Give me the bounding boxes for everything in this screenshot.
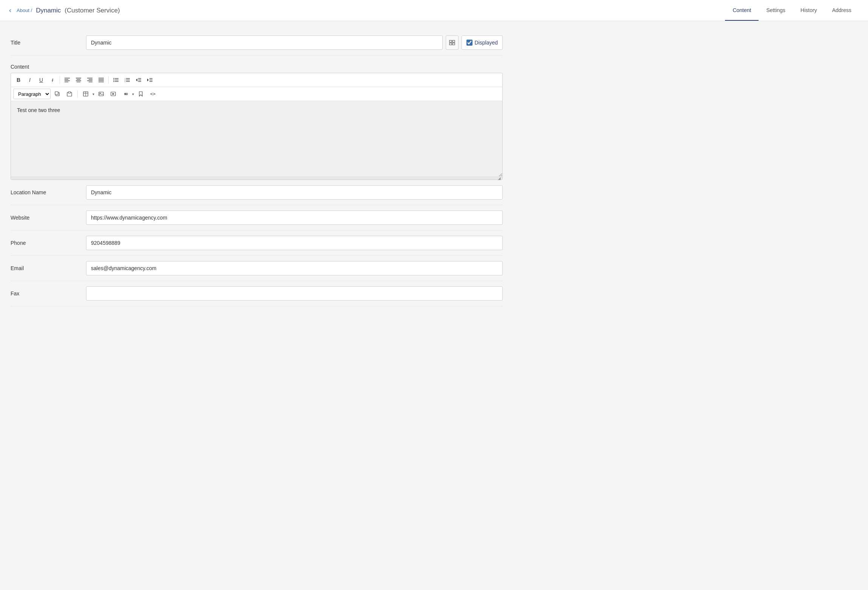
link-button[interactable] <box>120 89 131 99</box>
align-right-button[interactable] <box>85 75 95 85</box>
bold-button[interactable]: B <box>13 75 24 85</box>
website-field <box>86 210 503 225</box>
location-name-label: Location Name <box>11 189 86 195</box>
header-nav: Content Settings History Address <box>725 0 859 21</box>
paragraph-select[interactable]: Paragraph <box>13 89 51 99</box>
indent-more-icon <box>147 78 152 82</box>
bookmark-icon <box>139 91 143 97</box>
resize-icon: ◢ <box>498 176 501 180</box>
header-left: ‹ About / Dynamic (Customer Service) <box>9 6 725 14</box>
svg-marker-50 <box>112 93 114 95</box>
align-justify-button[interactable] <box>96 75 106 85</box>
title-input[interactable] <box>86 35 443 50</box>
phone-input[interactable] <box>86 236 503 250</box>
fax-label: Fax <box>11 290 86 297</box>
image-button[interactable] <box>96 89 106 99</box>
table-dropdown-arrow[interactable]: ▾ <box>92 92 94 96</box>
svg-point-22 <box>113 80 114 80</box>
toolbar-divider-1 <box>60 76 60 84</box>
align-left-button[interactable] <box>62 75 72 85</box>
header: ‹ About / Dynamic (Customer Service) Con… <box>0 0 868 21</box>
email-field <box>86 261 503 275</box>
indent-less-icon <box>136 78 141 82</box>
title-field-wrapper: Displayed <box>86 35 503 50</box>
svg-point-24 <box>113 81 114 82</box>
editor-content[interactable]: Test one two three <box>11 101 502 177</box>
tab-content[interactable]: Content <box>725 0 759 21</box>
email-input[interactable] <box>86 261 503 275</box>
page-subtitle: (Customer Service) <box>65 7 120 14</box>
image-icon <box>98 92 104 96</box>
link-icon <box>122 92 128 96</box>
email-label: Email <box>11 265 86 271</box>
fax-input[interactable] <box>86 286 503 301</box>
svg-rect-2 <box>449 43 452 45</box>
editor-wrapper: B I U I <box>11 73 503 180</box>
table-icon <box>83 91 88 97</box>
align-left-icon <box>65 78 70 82</box>
svg-marker-36 <box>147 78 149 81</box>
fax-field <box>86 286 503 301</box>
expand-icon <box>449 40 455 45</box>
underline-button[interactable]: U <box>36 75 46 85</box>
copy-button[interactable] <box>52 89 63 99</box>
tab-settings[interactable]: Settings <box>759 0 793 21</box>
breadcrumb[interactable]: About / <box>17 8 32 13</box>
title-label: Title <box>11 40 86 46</box>
website-input[interactable] <box>86 210 503 225</box>
bookmark-button[interactable] <box>135 89 146 99</box>
indent-less-button[interactable] <box>133 75 144 85</box>
italic-button[interactable]: I <box>25 75 35 85</box>
displayed-checkbox-label[interactable]: Displayed <box>462 35 503 50</box>
svg-rect-47 <box>99 92 103 96</box>
align-center-button[interactable] <box>73 75 84 85</box>
website-label: Website <box>11 215 86 221</box>
tab-address[interactable]: Address <box>825 0 859 21</box>
copy-icon <box>55 91 60 97</box>
bullet-list-icon <box>113 78 119 82</box>
email-row: Email <box>11 256 503 281</box>
media-button[interactable] <box>108 89 119 99</box>
displayed-text: Displayed <box>475 40 498 46</box>
indent-more-button[interactable] <box>145 75 155 85</box>
editor-resize-bar[interactable]: ◢ <box>11 177 502 180</box>
content-section: Content B I U I <box>11 58 503 180</box>
svg-marker-32 <box>136 78 137 81</box>
toolbar-divider-2 <box>108 76 109 84</box>
svg-text:3.: 3. <box>125 81 126 82</box>
phone-field <box>86 236 503 250</box>
source-button[interactable]: <> <box>148 89 158 99</box>
media-icon <box>111 92 116 96</box>
svg-rect-3 <box>452 43 455 45</box>
table-button[interactable] <box>80 89 91 99</box>
numbered-list-button[interactable]: 1.2.3. <box>122 75 132 85</box>
numbered-list-icon: 1.2.3. <box>125 78 130 82</box>
svg-rect-1 <box>452 40 455 42</box>
strikethrough-button[interactable]: I <box>47 75 58 85</box>
svg-rect-41 <box>55 92 58 95</box>
title-row: Title Displayed <box>11 30 503 55</box>
bullet-list-button[interactable] <box>111 75 121 85</box>
tab-history[interactable]: History <box>793 0 825 21</box>
editor-toolbar-row2: Paragraph ▾ <box>11 87 502 101</box>
title-icon-button[interactable] <box>446 35 459 50</box>
page-title: Dynamic <box>36 7 61 14</box>
location-name-input[interactable] <box>86 185 503 200</box>
toolbar-divider-3 <box>77 90 78 98</box>
link-dropdown-arrow[interactable]: ▾ <box>132 92 134 96</box>
location-name-row: Location Name <box>11 180 503 205</box>
phone-label: Phone <box>11 240 86 246</box>
paste-icon <box>67 91 72 97</box>
editor-toolbar-row1: B I U I <box>11 73 502 87</box>
fax-row: Fax <box>11 281 503 306</box>
back-button[interactable]: ‹ <box>9 6 11 14</box>
phone-row: Phone <box>11 230 503 256</box>
content-label: Content <box>11 64 503 70</box>
displayed-checkbox-input[interactable] <box>466 40 472 46</box>
paste-button[interactable] <box>64 89 75 99</box>
align-justify-icon <box>98 78 104 82</box>
editor-text: Test one two three <box>17 107 60 113</box>
main-content: Title Displayed Content B I <box>0 21 513 315</box>
align-center-icon <box>76 78 81 82</box>
svg-rect-0 <box>449 40 452 42</box>
